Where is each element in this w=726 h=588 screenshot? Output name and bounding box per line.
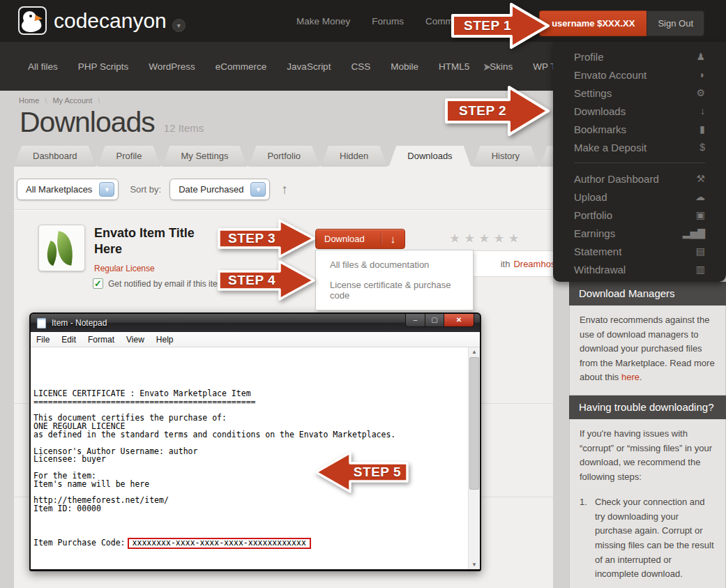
tab[interactable]: History <box>473 146 538 167</box>
wp-themes-arrow-icon: ➤ <box>483 61 492 73</box>
text-line: Item ID: 00000 <box>33 505 465 513</box>
step-1-label: STEP 1 <box>464 1 511 51</box>
breadcrumb: HomeMy Account <box>19 96 105 105</box>
tab[interactable]: My Settings <box>162 146 247 167</box>
marketplace-select-value: All Marketplaces <box>26 184 92 195</box>
sort-direction-arrow-icon[interactable]: ↑ <box>281 182 288 197</box>
account-menu-item[interactable]: Bookmarks ▮ <box>553 120 726 138</box>
category-nav-link[interactable]: PHP Scripts <box>78 61 129 72</box>
envato-leaf-icon <box>54 231 77 266</box>
minimize-button[interactable]: – <box>405 314 425 327</box>
purchase-code-highlight-box: xxxxxxxx-xxxx-xxxx-xxxx-xxxxxxxxxxxx <box>128 538 311 549</box>
item-license-link[interactable]: Regular License <box>94 264 155 273</box>
header-nav-link[interactable]: Make Money <box>296 16 350 27</box>
download-menu-item[interactable]: All files & documentation <box>316 255 473 275</box>
account-menu-item[interactable]: Make a Deposit $ <box>553 138 726 156</box>
scroll-up-icon[interactable]: ▲ <box>469 349 480 355</box>
account-menu-item[interactable]: Downloads ↓ <box>553 102 726 120</box>
tab[interactable]: Profile <box>98 146 161 167</box>
notepad-menu-item[interactable]: Help <box>156 335 174 345</box>
notepad-menu-item[interactable]: File <box>36 335 50 345</box>
category-nav-link[interactable]: JavaScript <box>287 61 331 72</box>
step-3-label: STEP 3 <box>228 218 275 259</box>
marketplace-select[interactable]: All Marketplaces ▼ <box>17 179 119 200</box>
notepad-titlebar[interactable]: Item - Notepad – ▢ ✕ <box>31 314 480 332</box>
dreamhost-link[interactable]: Dreamhost <box>513 259 558 269</box>
page-title-row: Downloads 12 Items <box>20 106 204 139</box>
purchase-code-line: Item Purchase Code:xxxxxxxx-xxxx-xxxx-xx… <box>33 538 465 549</box>
text-line: ========================================… <box>33 398 465 407</box>
notepad-text-area[interactable]: LICENCE CERTIFICATE : Envato Marketplace… <box>31 347 480 569</box>
category-nav-link[interactable]: WordPress <box>149 61 195 72</box>
notepad-menu-item[interactable]: View <box>126 335 144 345</box>
scrollbar-thumb[interactable] <box>469 357 479 490</box>
brand[interactable]: codecanyon ▾ <box>18 6 186 35</box>
tab[interactable]: Hidden <box>321 146 387 167</box>
divider <box>14 209 553 210</box>
sort-select[interactable]: Date Purchased ▼ <box>169 179 270 200</box>
download-managers-text-end: . <box>640 372 642 382</box>
rating-stars[interactable]: ★★★★★ <box>449 231 523 246</box>
close-button[interactable]: ✕ <box>444 314 474 327</box>
maximize-button[interactable]: ▢ <box>425 314 444 327</box>
download-managers-body: Envato recommends against the use of dow… <box>569 306 726 395</box>
category-nav-link[interactable]: Mobile <box>391 61 418 72</box>
dollar-icon: $ <box>699 142 705 153</box>
account-menu-label: Settings <box>574 87 696 99</box>
username-balance-button[interactable]: username $XXX.XX <box>539 10 646 36</box>
notepad-scrollbar[interactable]: ▲ ▼ <box>468 347 480 569</box>
dreamhost-ad[interactable]: ith Dreamhost <box>460 250 567 277</box>
tab[interactable]: Downloads <box>388 146 471 167</box>
account-menu-item[interactable]: Upload ☁ <box>553 188 726 206</box>
chevron-down-icon: ▼ <box>250 182 266 197</box>
menu-divider <box>574 163 705 163</box>
notepad-menu-item[interactable]: Format <box>88 335 114 345</box>
download-arrow-icon: ↓ <box>700 105 705 116</box>
account-menu-item[interactable]: Profile ♟ <box>553 47 726 66</box>
brand-name[interactable]: codecanyon <box>54 9 167 33</box>
account-menu-item[interactable]: Settings ⚙ <box>553 84 726 102</box>
bookmark-icon: ▮ <box>699 123 705 135</box>
step-text: Check your connection and try downloadin… <box>595 495 716 581</box>
briefcase-icon: ▣ <box>696 209 705 220</box>
sign-out-button[interactable]: Sign Out <box>646 10 704 36</box>
notepad-window-title: Item - Notepad <box>52 318 107 328</box>
account-menu-item[interactable]: Statement ▤ <box>553 242 726 260</box>
account-menu-item[interactable]: Envato Account ◗ <box>553 66 726 84</box>
account-menu-item[interactable]: Portfolio ▣ <box>553 206 726 224</box>
breadcrumb-link[interactable]: Home <box>19 96 39 105</box>
breadcrumb-link[interactable]: My Account <box>52 96 92 105</box>
filters-row: All Marketplaces ▼ Sort by: Date Purchas… <box>17 179 288 200</box>
tab[interactable]: Portfolio <box>248 146 319 167</box>
category-nav-link[interactable]: eCommerce <box>215 61 267 72</box>
step-3-arrow: STEP 3 <box>217 218 316 259</box>
tab[interactable]: Dashboard <box>14 146 96 167</box>
category-nav-link[interactable]: All files <box>28 61 58 72</box>
category-nav-link[interactable]: Skins <box>490 61 513 72</box>
purchase-code-label: Item Purchase Code: <box>33 538 126 548</box>
scroll-down-icon[interactable]: ▼ <box>469 561 480 568</box>
notepad-menu-item[interactable]: Edit <box>61 335 76 345</box>
download-button-label: Download <box>316 234 381 244</box>
envato-leaf-icon: ◗ <box>699 69 705 80</box>
item-title[interactable]: Envato Item Title Here <box>94 225 223 257</box>
account-menu-label: Make a Deposit <box>574 142 699 153</box>
brand-dropdown-icon[interactable]: ▾ <box>172 19 186 32</box>
user-icon: ♟ <box>696 51 705 62</box>
here-link[interactable]: here <box>621 372 640 382</box>
account-menu-item[interactable]: Earnings ▂▅▇ <box>553 224 726 242</box>
download-menu-item[interactable]: License certificate & purchase code <box>316 275 473 306</box>
account-menu-label: Profile <box>574 51 696 63</box>
tools-icon: ⚒ <box>696 173 705 184</box>
category-nav-link[interactable]: HTML5 <box>439 61 469 72</box>
header-nav-link[interactable]: Forums <box>372 16 404 27</box>
account-menu-item[interactable]: Withdrawal ▥ <box>553 260 726 278</box>
download-managers-text: Envato recommends against the use of dow… <box>580 315 715 382</box>
step-number: 1. <box>580 495 595 581</box>
account-menu-item[interactable]: Author Dashboard ⚒ <box>553 169 726 188</box>
notepad-menubar: FileEditFormatViewHelp <box>31 332 480 347</box>
download-button[interactable]: Download ↓ <box>315 229 405 249</box>
notify-checkbox[interactable]: ✓ <box>93 278 103 289</box>
item-thumbnail[interactable] <box>38 225 85 271</box>
category-nav-link[interactable]: CSS <box>351 61 370 72</box>
